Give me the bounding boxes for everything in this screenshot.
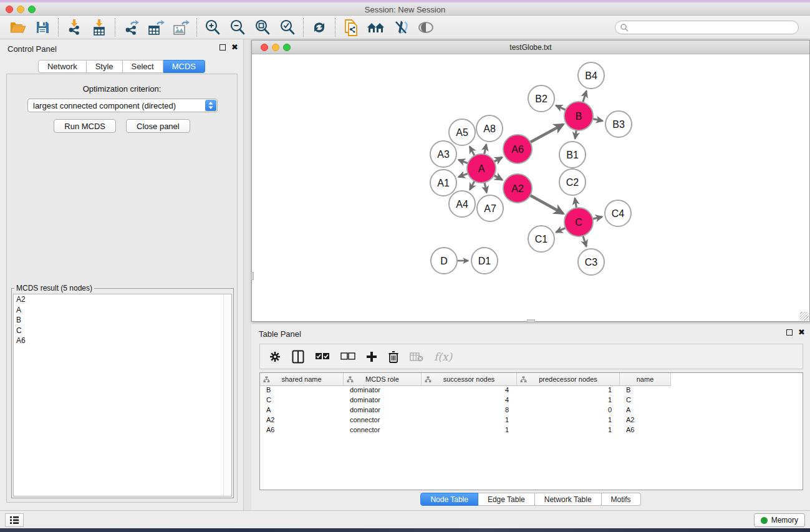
- home-panels-icon[interactable]: [364, 17, 388, 37]
- graph-node-C3[interactable]: C3: [578, 249, 604, 275]
- close-panel-button[interactable]: Close panel: [126, 119, 190, 133]
- graph-node-B3[interactable]: B3: [605, 111, 632, 137]
- close-panel-icon[interactable]: ✖: [231, 44, 238, 51]
- tab-style[interactable]: Style: [87, 60, 123, 73]
- table-cell[interactable]: 8: [422, 406, 517, 416]
- table-cell[interactable]: A: [620, 406, 671, 416]
- table-cell[interactable]: 1: [517, 396, 620, 406]
- column-header-predecessor-nodes[interactable]: predecessor nodes: [517, 373, 620, 386]
- table-cell[interactable]: A6: [620, 426, 671, 436]
- criterion-select[interactable]: largest connected component (directed): [27, 99, 218, 112]
- result-list-item[interactable]: B: [14, 315, 231, 326]
- table-cell[interactable]: 4: [422, 386, 517, 396]
- splitpane-handle-bottom[interactable]: [527, 319, 535, 322]
- create-column-plus-icon[interactable]: [366, 351, 377, 362]
- memory-button[interactable]: Memory: [754, 513, 805, 527]
- graph-node-A2[interactable]: A2: [503, 174, 532, 203]
- column-header-successor-nodes[interactable]: successor nodes: [422, 373, 517, 386]
- table-row[interactable]: A6connector11A6: [260, 426, 803, 436]
- zoom-in-icon[interactable]: [200, 17, 225, 37]
- graph-node-A8[interactable]: A8: [476, 115, 503, 142]
- graph-node-B[interactable]: B: [564, 102, 593, 130]
- table-cell[interactable]: 1: [422, 416, 517, 426]
- zoom-selected-icon[interactable]: [275, 17, 300, 37]
- mcds-result-list[interactable]: A2ABCA6: [13, 294, 232, 496]
- graph-node-A1[interactable]: A1: [430, 170, 456, 196]
- window-resize-grip[interactable]: [800, 312, 809, 321]
- graph-node-C4[interactable]: C4: [605, 200, 631, 226]
- tab-select[interactable]: Select: [123, 60, 163, 73]
- table-close-icon[interactable]: ✖: [798, 329, 805, 336]
- tab-mcds[interactable]: MCDS: [163, 60, 205, 73]
- result-list-item[interactable]: A2: [14, 294, 231, 305]
- import-network-icon[interactable]: [62, 17, 87, 37]
- tab-motifs[interactable]: Motifs: [602, 493, 641, 506]
- graph-node-C[interactable]: C: [564, 208, 593, 236]
- table-cell[interactable]: A2: [260, 416, 344, 426]
- table-cell[interactable]: connector: [344, 416, 422, 426]
- open-file-icon[interactable]: [5, 17, 30, 37]
- table-cell[interactable]: dominator: [344, 406, 422, 416]
- table-row[interactable]: Adominator80A: [260, 406, 803, 416]
- zoom-fit-icon[interactable]: [250, 17, 275, 37]
- graph-node-A3[interactable]: A3: [430, 141, 456, 167]
- graph-edge-A2-C[interactable]: [528, 194, 564, 213]
- refresh-layout-icon[interactable]: [307, 17, 332, 37]
- table-cell[interactable]: connector: [344, 426, 422, 436]
- tab-edge-table[interactable]: Edge Table: [478, 493, 535, 506]
- task-history-button[interactable]: [5, 513, 24, 527]
- result-list-item[interactable]: A: [14, 305, 231, 316]
- eye-hide-icon[interactable]: [413, 17, 438, 37]
- run-mcds-button[interactable]: Run MCDS: [54, 119, 116, 133]
- graph-node-C1[interactable]: C1: [528, 226, 554, 252]
- table-cell[interactable]: A2: [620, 416, 671, 426]
- table-cell[interactable]: A: [260, 406, 344, 416]
- graph-node-B1[interactable]: B1: [559, 142, 586, 168]
- delete-table-icon[interactable]: [410, 352, 423, 362]
- graph-node-B4[interactable]: B4: [578, 62, 604, 89]
- export-network-icon[interactable]: [118, 17, 143, 37]
- table-row[interactable]: Cdominator41C: [260, 396, 803, 406]
- graph-edge-A6-B[interactable]: [528, 124, 564, 143]
- search-input[interactable]: [615, 21, 799, 34]
- function-builder-fx[interactable]: f(x): [434, 351, 452, 363]
- table-cell[interactable]: C: [620, 396, 671, 406]
- table-row[interactable]: A2connector11A2: [260, 416, 803, 426]
- table-row[interactable]: Bdominator41B: [260, 386, 803, 396]
- column-header-name[interactable]: name: [620, 373, 671, 386]
- select-all-columns-icon[interactable]: [315, 352, 330, 361]
- table-cell[interactable]: 1: [517, 386, 620, 396]
- result-list-item[interactable]: C: [14, 326, 231, 336]
- graph-node-A7[interactable]: A7: [477, 195, 503, 221]
- export-image-icon[interactable]: [168, 17, 193, 37]
- graph-node-C2[interactable]: C2: [559, 169, 586, 195]
- graph-node-A4[interactable]: A4: [449, 191, 475, 217]
- graph-node-D[interactable]: D: [431, 248, 457, 274]
- zoom-out-icon[interactable]: [225, 17, 250, 37]
- table-cell[interactable]: 0: [517, 406, 620, 416]
- export-table-icon[interactable]: [143, 17, 168, 37]
- network-window-titlebar[interactable]: testGlobe.txt: [252, 41, 809, 54]
- result-list-item[interactable]: A6: [14, 336, 231, 346]
- show-columns-icon[interactable]: [292, 350, 304, 364]
- splitpane-handle-left[interactable]: [251, 272, 254, 280]
- table-cell[interactable]: 1: [517, 426, 620, 436]
- table-cell[interactable]: C: [260, 396, 344, 406]
- import-table-icon[interactable]: [87, 17, 112, 37]
- graph-node-D1[interactable]: D1: [471, 248, 498, 274]
- table-cell[interactable]: B: [260, 386, 344, 396]
- label-toggle-icon[interactable]: [388, 17, 413, 37]
- clone-network-icon[interactable]: [339, 17, 364, 37]
- table-cell[interactable]: 1: [517, 416, 620, 426]
- table-cell[interactable]: dominator: [344, 396, 422, 406]
- table-cell[interactable]: B: [620, 386, 671, 396]
- float-panel-icon[interactable]: [219, 44, 226, 51]
- graph-node-B2[interactable]: B2: [528, 85, 554, 112]
- unselect-all-columns-icon[interactable]: [340, 352, 355, 361]
- graph-node-A[interactable]: A: [467, 154, 496, 183]
- tab-node-table[interactable]: Node Table: [420, 493, 478, 506]
- graph-node-A6[interactable]: A6: [503, 135, 532, 163]
- table-cell[interactable]: 1: [422, 426, 517, 436]
- graph-node-A5[interactable]: A5: [449, 119, 475, 145]
- table-cell[interactable]: A6: [260, 426, 344, 436]
